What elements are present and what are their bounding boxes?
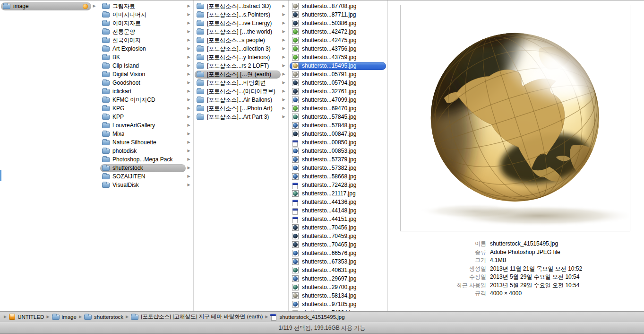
file-row[interactable]: shuttersto...57379.jpg	[289, 155, 387, 164]
folder-row[interactable]: [포토샵소스...s people) ▶	[194, 36, 288, 44]
file-row-capsule[interactable]: shuttersto...00850.jpg	[290, 139, 386, 147]
file-row[interactable]: shuttersto...40631.jpg	[289, 266, 387, 274]
file-row-capsule[interactable]: shuttersto...43759.jpg	[290, 53, 386, 62]
file-row-capsule[interactable]: shuttersto...57845.jpg	[290, 113, 386, 121]
file-row-capsule[interactable]: shuttersto...42475.jpg	[290, 36, 386, 44]
folder-row-capsule[interactable]: Nature Silhouette	[100, 139, 186, 147]
file-row-capsule[interactable]: shuttersto...43756.jpg	[290, 45, 386, 53]
file-row-capsule[interactable]: shuttersto...21117.jpg	[290, 190, 386, 198]
file-row-capsule[interactable]: shuttersto...44148.jpg	[290, 207, 386, 215]
file-row[interactable]: shuttersto...58134.jpg	[289, 291, 387, 300]
folder-row-capsule[interactable]: 그림자료	[100, 2, 186, 10]
folder-row-capsule[interactable]: iclickart	[100, 88, 186, 96]
folder-row-capsule[interactable]: [포토샵소스...s people)	[195, 36, 281, 44]
folder-row-capsule[interactable]: 한국이미지	[100, 36, 186, 44]
folder-row-capsule[interactable]: Art Explosion	[100, 45, 186, 53]
file-row[interactable]: shuttersto...72428.jpg	[289, 181, 387, 189]
path-bar-item[interactable]: ▶ [포토샵소스] [고해상도] 지구 테마 바탕화면 (earth)	[126, 313, 263, 320]
file-row[interactable]: shuttersto...44148.jpg	[289, 206, 387, 215]
folder-row[interactable]: [포토샵소스]...ive Energy) ▶	[194, 19, 288, 27]
file-row[interactable]: shuttersto...44151.jpg	[289, 215, 387, 223]
folder-row-capsule[interactable]: Mixa	[100, 130, 186, 138]
file-row-capsule[interactable]: shuttersto...58134.jpg	[290, 292, 386, 300]
file-row[interactable]: shuttersto...43756.jpg	[289, 44, 387, 53]
folder-row-capsule[interactable]: Digital Vision	[100, 70, 186, 79]
folder-row-capsule[interactable]: 이미지나머지	[100, 11, 186, 19]
folder-row-capsule[interactable]: image	[1, 2, 91, 10]
path-bar-item[interactable]: ▶ UNTITLED	[4, 314, 44, 320]
file-row[interactable]: shuttersto...57382.jpg	[289, 164, 387, 172]
file-row[interactable]: shuttersto...00847.jpg	[289, 130, 387, 138]
folder-row[interactable]: [포토샵소스]...y Interiors) ▶	[194, 53, 288, 62]
path-bar-item[interactable]: ▶ shutterstock_41515495.jpg	[265, 314, 344, 320]
folder-row-capsule[interactable]: KFMC 이미지CD	[100, 96, 186, 104]
file-row-capsule[interactable]: shuttersto...29700.jpg	[290, 283, 386, 291]
folder-row-capsule[interactable]: [포토샵소스]...y Interiors)	[195, 53, 281, 62]
folder-row-capsule[interactable]: [포토샵소스]...Art Part 3)	[195, 113, 281, 121]
path-bar-item[interactable]: ▶ image	[46, 314, 76, 320]
file-row-capsule[interactable]: shuttersto...05794.jpg	[290, 79, 386, 87]
folder-row[interactable]: iclickart ▶	[99, 87, 193, 96]
file-row-capsule[interactable]: shuttersto...00853.jpg	[290, 147, 386, 155]
folder-row[interactable]: Nature Silhouette ▶	[99, 138, 193, 147]
folder-row-capsule[interactable]: VisualDisk	[100, 181, 186, 189]
file-row-capsule[interactable]: shuttersto...74334.jpg	[290, 309, 386, 312]
file-row-capsule[interactable]: shuttersto...72428.jpg	[290, 181, 386, 189]
folder-row[interactable]: [포토샵소스] […면 (earth) ▶	[194, 70, 288, 79]
file-row-capsule[interactable]: shuttersto...47099.jpg	[290, 96, 386, 104]
file-row-capsule[interactable]: shuttersto...97185.jpg	[290, 300, 386, 308]
file-row[interactable]: shuttersto...44136.jpg	[289, 198, 387, 206]
folder-row-capsule[interactable]: [포토샵소스]...바탕화면	[195, 79, 281, 87]
folder-row[interactable]: Clip Island ▶	[99, 62, 193, 70]
folder-row-capsule[interactable]: KPG	[100, 105, 186, 113]
folder-row-capsule[interactable]: 전통문양	[100, 28, 186, 36]
folder-row[interactable]: [포토샵소스]...Art Part 3) ▶	[194, 113, 288, 121]
file-row[interactable]: shuttersto...47099.jpg	[289, 96, 387, 104]
folder-row-capsule[interactable]: [포토샵소스] […면 (earth)	[195, 70, 281, 79]
folder-row[interactable]: KPG ▶	[99, 104, 193, 113]
folder-row-capsule[interactable]: [포토샵소스...rs 2 LOFT)	[195, 62, 281, 70]
folder-row-image[interactable]: image ▶	[0, 2, 99, 10]
folder-row-capsule[interactable]: photodisk	[100, 147, 186, 155]
file-row[interactable]: shuttersto...05791.jpg	[289, 70, 387, 79]
folder-row[interactable]: LouvreArtGallery ▶	[99, 121, 193, 130]
file-row-capsule[interactable]: shuttersto...00847.jpg	[290, 130, 386, 138]
file-row[interactable]: shuttersto...67353.jpg	[289, 257, 387, 266]
folder-row[interactable]: SOZAIJITEN ▶	[99, 172, 193, 181]
file-row-capsule[interactable]: shuttersto...15495.jpg	[290, 62, 386, 70]
file-row-capsule[interactable]: shuttersto...69470.jpg	[290, 105, 386, 113]
file-row[interactable]: shuttersto...70465.jpg	[289, 240, 387, 249]
file-row-capsule[interactable]: shuttersto...67353.jpg	[290, 258, 386, 266]
folder-row[interactable]: [포토샵소스]...s.Pointers) ▶	[194, 10, 288, 19]
folder-row[interactable]: photodisk ▶	[99, 147, 193, 155]
file-row-capsule[interactable]: shuttersto...50386.jpg	[290, 19, 386, 27]
folder-row[interactable]: [포토샵소스]...(미디어큐브) ▶	[194, 87, 288, 96]
file-row[interactable]: shuttersto...32761.jpg	[289, 87, 387, 96]
file-row[interactable]: shuttersto...58668.jpg	[289, 172, 387, 181]
file-row[interactable]: shuttersto...74334.jpg	[289, 308, 387, 311]
folder-row-capsule[interactable]: shutterstock	[100, 164, 186, 172]
folder-row[interactable]: Goodshoot ▶	[99, 79, 193, 87]
file-row[interactable]: shuttersto...43759.jpg	[289, 53, 387, 62]
file-row-capsule[interactable]: shuttersto...66576.jpg	[290, 249, 386, 257]
folder-row-capsule[interactable]: BK	[100, 53, 186, 62]
folder-row-capsule[interactable]: [포토샵소스]...Air Ballons)	[195, 96, 281, 104]
folder-row[interactable]: Mixa ▶	[99, 130, 193, 138]
folder-row[interactable]: 이미지나머지 ▶	[99, 10, 193, 19]
file-row[interactable]: shuttersto...70456.jpg	[289, 223, 387, 232]
file-row[interactable]: shuttersto...42475.jpg	[289, 36, 387, 44]
file-row[interactable]: shuttersto...15495.jpg	[289, 62, 387, 70]
path-bar-item[interactable]: ▶ shutterstock	[79, 314, 123, 320]
folder-row-capsule[interactable]: Clip Island	[100, 62, 186, 70]
file-row[interactable]: shuttersto...87708.jpg	[289, 2, 387, 10]
file-row[interactable]: shuttersto...21117.jpg	[289, 189, 387, 198]
folder-row-capsule[interactable]: 이미지자료	[100, 19, 186, 27]
file-row[interactable]: shuttersto...97185.jpg	[289, 300, 387, 308]
file-row[interactable]: shuttersto...70459.jpg	[289, 232, 387, 240]
folder-row[interactable]: [포토샵소스] […the world) ▶	[194, 27, 288, 36]
folder-row[interactable]: 한국이미지 ▶	[99, 36, 193, 44]
folder-row[interactable]: BK ▶	[99, 53, 193, 62]
file-row-capsule[interactable]: shuttersto...57848.jpg	[290, 122, 386, 130]
folder-row[interactable]: [포토샵소스] […Photo Art) ▶	[194, 104, 288, 113]
folder-row[interactable]: KPP ▶	[99, 113, 193, 121]
